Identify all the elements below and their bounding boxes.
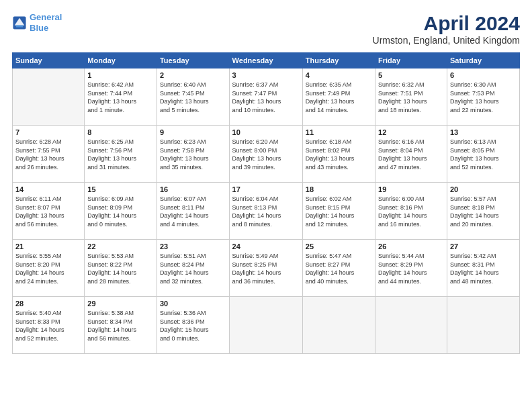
calendar-cell: 27Sunrise: 5:42 AM Sunset: 8:31 PM Dayli… <box>447 240 519 297</box>
calendar-cell: 22Sunrise: 5:53 AM Sunset: 8:22 PM Dayli… <box>85 240 157 297</box>
day-info: Sunrise: 6:07 AM Sunset: 8:11 PM Dayligh… <box>160 195 226 228</box>
main-title: April 2024 <box>373 12 520 35</box>
day-info: Sunrise: 6:00 AM Sunset: 8:16 PM Dayligh… <box>378 195 444 228</box>
calendar-cell: 30Sunrise: 5:36 AM Sunset: 8:36 PM Dayli… <box>157 297 229 354</box>
calendar-cell: 19Sunrise: 6:00 AM Sunset: 8:16 PM Dayli… <box>375 183 447 240</box>
calendar-cell <box>229 297 302 354</box>
day-number: 20 <box>450 185 517 193</box>
day-info: Sunrise: 5:57 AM Sunset: 8:18 PM Dayligh… <box>450 195 517 228</box>
day-number: 11 <box>306 128 372 136</box>
day-info: Sunrise: 5:44 AM Sunset: 8:29 PM Dayligh… <box>378 252 444 285</box>
day-number: 15 <box>87 185 154 193</box>
day-info: Sunrise: 5:40 AM Sunset: 8:33 PM Dayligh… <box>15 309 81 342</box>
day-number: 8 <box>87 128 154 136</box>
day-info: Sunrise: 5:38 AM Sunset: 8:34 PM Dayligh… <box>87 309 154 342</box>
col-header-saturday: Saturday <box>447 53 519 68</box>
day-number: 29 <box>87 300 154 308</box>
day-number: 7 <box>15 128 81 136</box>
calendar-cell: 26Sunrise: 5:44 AM Sunset: 8:29 PM Dayli… <box>375 240 447 297</box>
calendar-cell: 1Sunrise: 6:42 AM Sunset: 7:44 PM Daylig… <box>85 68 157 126</box>
day-number: 2 <box>160 71 226 79</box>
week-row-3: 14Sunrise: 6:11 AM Sunset: 8:07 PM Dayli… <box>13 183 520 240</box>
day-number: 25 <box>306 242 372 250</box>
col-header-tuesday: Tuesday <box>157 53 229 68</box>
calendar-cell: 12Sunrise: 6:16 AM Sunset: 8:04 PM Dayli… <box>375 126 447 183</box>
day-number: 19 <box>378 185 444 193</box>
calendar-cell: 7Sunrise: 6:28 AM Sunset: 7:55 PM Daylig… <box>13 126 85 183</box>
day-info: Sunrise: 5:47 AM Sunset: 8:27 PM Dayligh… <box>306 252 372 285</box>
day-info: Sunrise: 6:04 AM Sunset: 8:13 PM Dayligh… <box>232 195 300 228</box>
day-info: Sunrise: 5:36 AM Sunset: 8:36 PM Dayligh… <box>160 309 226 342</box>
calendar-cell: 3Sunrise: 6:37 AM Sunset: 7:47 PM Daylig… <box>229 68 302 126</box>
day-number: 16 <box>160 185 226 193</box>
week-row-5: 28Sunrise: 5:40 AM Sunset: 8:33 PM Dayli… <box>13 297 520 354</box>
day-info: Sunrise: 6:23 AM Sunset: 7:58 PM Dayligh… <box>160 138 226 171</box>
day-info: Sunrise: 6:13 AM Sunset: 8:05 PM Dayligh… <box>450 138 517 171</box>
day-info: Sunrise: 5:53 AM Sunset: 8:22 PM Dayligh… <box>87 252 154 285</box>
col-header-monday: Monday <box>85 53 157 68</box>
day-info: Sunrise: 5:42 AM Sunset: 8:31 PM Dayligh… <box>450 252 517 285</box>
day-info: Sunrise: 6:32 AM Sunset: 7:51 PM Dayligh… <box>378 81 444 114</box>
calendar-cell <box>13 68 85 126</box>
calendar-cell <box>302 297 375 354</box>
day-info: Sunrise: 5:55 AM Sunset: 8:20 PM Dayligh… <box>15 252 81 285</box>
col-header-friday: Friday <box>375 53 447 68</box>
calendar-cell: 4Sunrise: 6:35 AM Sunset: 7:49 PM Daylig… <box>302 68 375 126</box>
day-number: 23 <box>160 242 226 250</box>
subtitle: Urmston, England, United Kingdom <box>373 35 520 46</box>
calendar-cell: 21Sunrise: 5:55 AM Sunset: 8:20 PM Dayli… <box>13 240 85 297</box>
calendar-cell: 17Sunrise: 6:04 AM Sunset: 8:13 PM Dayli… <box>229 183 302 240</box>
day-number: 9 <box>160 128 226 136</box>
calendar-cell: 28Sunrise: 5:40 AM Sunset: 8:33 PM Dayli… <box>13 297 85 354</box>
week-row-4: 21Sunrise: 5:55 AM Sunset: 8:20 PM Dayli… <box>13 240 520 297</box>
title-area: April 2024 Urmston, England, United King… <box>373 12 520 46</box>
calendar-cell: 24Sunrise: 5:49 AM Sunset: 8:25 PM Dayli… <box>229 240 302 297</box>
day-number: 18 <box>306 185 372 193</box>
day-info: Sunrise: 6:28 AM Sunset: 7:55 PM Dayligh… <box>15 138 81 171</box>
day-number: 28 <box>15 300 81 308</box>
calendar-cell: 10Sunrise: 6:20 AM Sunset: 8:00 PM Dayli… <box>229 126 302 183</box>
calendar-cell: 23Sunrise: 5:51 AM Sunset: 8:24 PM Dayli… <box>157 240 229 297</box>
day-info: Sunrise: 6:09 AM Sunset: 8:09 PM Dayligh… <box>87 195 154 228</box>
calendar: SundayMondayTuesdayWednesdayThursdayFrid… <box>12 52 520 354</box>
logo: General Blue <box>12 12 62 33</box>
day-info: Sunrise: 6:20 AM Sunset: 8:00 PM Dayligh… <box>232 138 300 171</box>
week-row-2: 7Sunrise: 6:28 AM Sunset: 7:55 PM Daylig… <box>13 126 520 183</box>
calendar-cell: 20Sunrise: 5:57 AM Sunset: 8:18 PM Dayli… <box>447 183 519 240</box>
day-info: Sunrise: 6:18 AM Sunset: 8:02 PM Dayligh… <box>306 138 372 171</box>
calendar-cell <box>375 297 447 354</box>
svg-rect-2 <box>16 25 23 27</box>
day-info: Sunrise: 6:11 AM Sunset: 8:07 PM Dayligh… <box>15 195 81 228</box>
calendar-cell: 14Sunrise: 6:11 AM Sunset: 8:07 PM Dayli… <box>13 183 85 240</box>
day-number: 21 <box>15 242 81 250</box>
header-row: SundayMondayTuesdayWednesdayThursdayFrid… <box>13 53 520 68</box>
logo-line1: General <box>30 12 62 22</box>
day-info: Sunrise: 5:51 AM Sunset: 8:24 PM Dayligh… <box>160 252 226 285</box>
day-number: 5 <box>378 71 444 79</box>
day-number: 12 <box>378 128 444 136</box>
calendar-cell: 6Sunrise: 6:30 AM Sunset: 7:53 PM Daylig… <box>447 68 519 126</box>
calendar-cell: 5Sunrise: 6:32 AM Sunset: 7:51 PM Daylig… <box>375 68 447 126</box>
calendar-cell: 29Sunrise: 5:38 AM Sunset: 8:34 PM Dayli… <box>85 297 157 354</box>
logo-text: General Blue <box>30 12 62 33</box>
col-header-sunday: Sunday <box>13 53 85 68</box>
day-info: Sunrise: 6:37 AM Sunset: 7:47 PM Dayligh… <box>232 81 300 114</box>
header: General Blue April 2024 Urmston, England… <box>12 12 520 46</box>
day-number: 27 <box>450 242 517 250</box>
week-row-1: 1Sunrise: 6:42 AM Sunset: 7:44 PM Daylig… <box>13 68 520 126</box>
page: General Blue April 2024 Urmston, England… <box>0 0 532 361</box>
day-info: Sunrise: 5:49 AM Sunset: 8:25 PM Dayligh… <box>232 252 300 285</box>
day-number: 10 <box>232 128 300 136</box>
day-info: Sunrise: 6:42 AM Sunset: 7:44 PM Dayligh… <box>87 81 154 114</box>
day-number: 30 <box>160 300 226 308</box>
day-info: Sunrise: 6:30 AM Sunset: 7:53 PM Dayligh… <box>450 81 517 114</box>
calendar-cell: 9Sunrise: 6:23 AM Sunset: 7:58 PM Daylig… <box>157 126 229 183</box>
calendar-cell: 15Sunrise: 6:09 AM Sunset: 8:09 PM Dayli… <box>85 183 157 240</box>
calendar-cell <box>447 297 519 354</box>
calendar-cell: 16Sunrise: 6:07 AM Sunset: 8:11 PM Dayli… <box>157 183 229 240</box>
day-number: 22 <box>87 242 154 250</box>
calendar-cell: 11Sunrise: 6:18 AM Sunset: 8:02 PM Dayli… <box>302 126 375 183</box>
logo-icon <box>12 15 27 30</box>
col-header-thursday: Thursday <box>302 53 375 68</box>
day-number: 4 <box>306 71 372 79</box>
